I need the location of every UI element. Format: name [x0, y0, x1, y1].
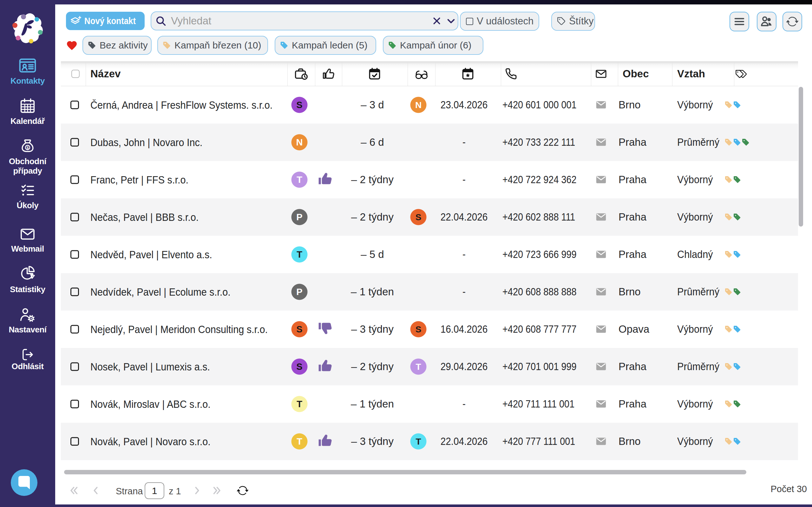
svg-text:$: $: [27, 146, 29, 150]
